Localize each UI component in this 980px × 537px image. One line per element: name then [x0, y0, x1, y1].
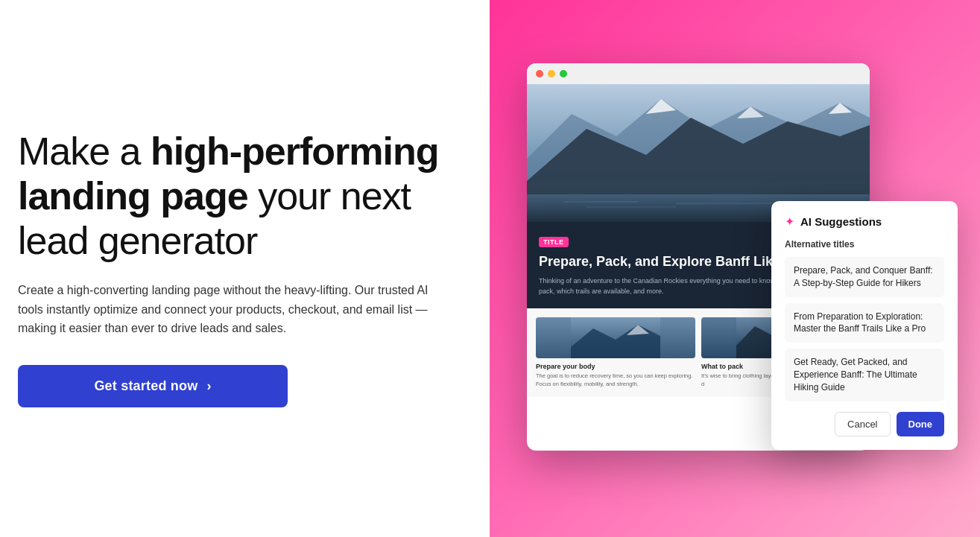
cancel-button[interactable]: Cancel — [835, 412, 890, 436]
hero-headline: Make a high-performing landing page your… — [18, 130, 472, 263]
ai-suggestion-1[interactable]: Prepare, Pack, and Conquer Banff: A Step… — [785, 257, 944, 297]
lp-card-1-title: Prepare your body — [536, 363, 695, 370]
lp-tag: Title — [539, 237, 569, 247]
get-started-button[interactable]: Get started now › — [18, 365, 288, 407]
ai-panel-actions: Cancel Done — [785, 412, 944, 436]
cta-arrow-icon: › — [206, 378, 211, 394]
browser-dot-yellow — [548, 70, 555, 77]
ai-suggestion-2[interactable]: From Preparation to Exploration: Master … — [785, 303, 944, 343]
ai-suggestion-3[interactable]: Get Ready, Get Packed, and Experience Ba… — [785, 349, 944, 401]
browser-dot-red — [536, 70, 543, 77]
sparkle-icon: ✦ — [785, 215, 794, 229]
ai-panel-subtitle: Alternative titles — [785, 239, 944, 250]
browser-titlebar — [527, 63, 870, 84]
browser-dot-green — [560, 70, 567, 77]
ai-panel-title: AI Suggestions — [800, 215, 882, 228]
ai-suggestions-panel: ✦ AI Suggestions Alternative titles Prep… — [771, 201, 958, 450]
cta-label: Get started now — [94, 378, 197, 394]
left-panel: Make a high-performing landing page your… — [0, 0, 490, 537]
hero-subtext: Create a high-converting landing page wi… — [18, 281, 450, 338]
card-mountain-1 — [536, 317, 695, 358]
lp-card-image-1 — [536, 317, 695, 358]
done-button[interactable]: Done — [897, 412, 945, 436]
headline-regular: Make a — [18, 130, 151, 173]
lp-card-1-desc: The goal is to reduce recovery time, so … — [536, 372, 695, 388]
right-panel: Title Prepare, Pack, and Explore Banff L… — [490, 0, 980, 537]
ai-panel-header: ✦ AI Suggestions — [785, 215, 944, 229]
lp-card-1: Prepare your body The goal is to reduce … — [536, 317, 695, 388]
